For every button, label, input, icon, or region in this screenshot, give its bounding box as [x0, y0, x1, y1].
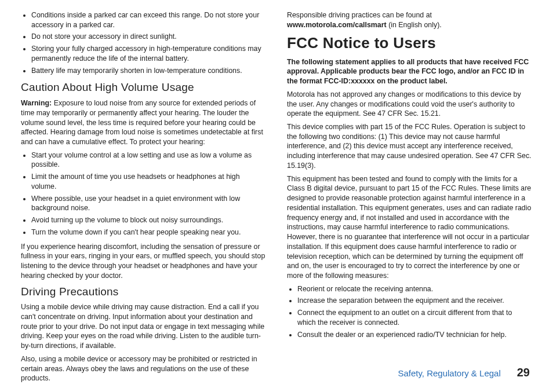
left-column: Conditions inside a parked car can excee…: [21, 10, 266, 359]
list-item: Consult the dealer or an experienced rad…: [297, 330, 532, 340]
list-item: Storing your fully charged accessory in …: [31, 44, 266, 63]
list-item: Reorient or relocate the receiving anten…: [297, 284, 532, 294]
top-bullet-list: Conditions inside a parked car can excee…: [21, 10, 266, 75]
driving-link-suffix: (in English only).: [387, 21, 442, 29]
driving-link-prefix: Responsible driving practices can be fou…: [287, 11, 432, 19]
heading-volume: Caution About High Volume Usage: [21, 80, 266, 95]
list-item: Limit the amount of time you use headset…: [31, 172, 266, 191]
heading-fcc: FCC Notice to Users: [287, 33, 532, 53]
driving-paragraph-2: Also, using a mobile device or accessory…: [21, 354, 266, 383]
fcc-paragraph-1: Motorola has not approved any changes or…: [287, 90, 532, 119]
warning-label: Warning:: [21, 99, 52, 107]
list-item: Battery life may temporarily shorten in …: [31, 66, 266, 76]
list-item: Start your volume control at a low setti…: [31, 151, 266, 170]
volume-after-paragraph: If you experience hearing discomfort, in…: [21, 242, 266, 281]
fcc-paragraph-2: This device complies with part 15 of the…: [287, 122, 532, 171]
list-item: Turn the volume down if you can't hear p…: [31, 228, 266, 237]
fcc-paragraph-3: This equipment has been tested and found…: [287, 174, 532, 281]
driving-link-paragraph: Responsible driving practices can be fou…: [287, 10, 532, 30]
footer-section-label: Safety, Regulatory & Legal: [398, 368, 500, 378]
right-column: Responsible driving practices can be fou…: [287, 10, 532, 359]
footer-page-number: 29: [517, 366, 530, 379]
volume-warning-paragraph: Warning: Exposure to loud noise from any…: [21, 98, 266, 147]
list-item: Do not store your accessory in direct su…: [31, 32, 266, 42]
driving-link-url: www.motorola.com/callsmart: [287, 21, 387, 29]
list-item: Conditions inside a parked car can excee…: [31, 10, 266, 30]
list-item: Avoid turning up the volume to block out…: [31, 215, 266, 225]
driving-paragraph-1: Using a mobile device while driving may …: [21, 302, 266, 351]
page-body: Conditions inside a parked car can excee…: [0, 0, 553, 366]
fcc-bold-statement: The following statement applies to all p…: [287, 57, 532, 86]
list-item: Connect the equipment to an outlet on a …: [297, 308, 532, 327]
list-item: Increase the separation between the equi…: [297, 296, 532, 306]
list-item: Where possible, use your headset in a qu…: [31, 194, 266, 213]
warning-text: Exposure to loud noise from any source f…: [21, 99, 263, 146]
heading-driving: Driving Precautions: [21, 284, 266, 299]
volume-bullet-list: Start your volume control at a low setti…: [21, 151, 266, 237]
fcc-bullet-list: Reorient or relocate the receiving anten…: [287, 284, 532, 340]
